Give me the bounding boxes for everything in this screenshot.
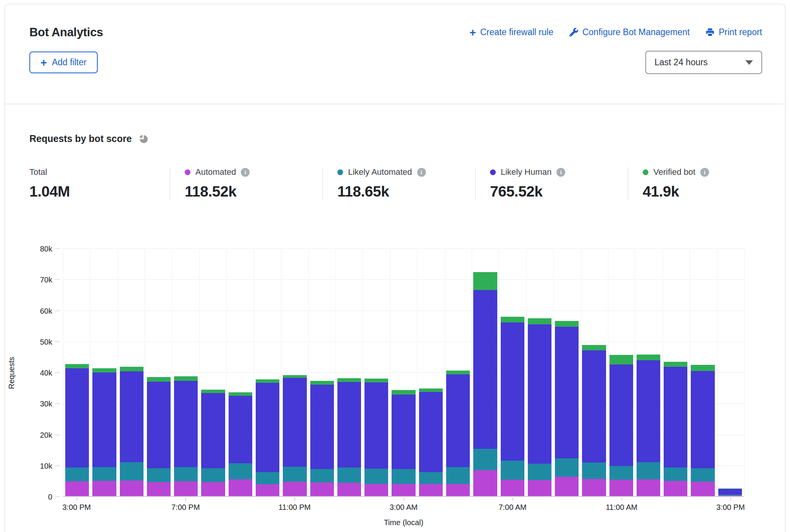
bar-segment-likely_automated	[392, 469, 415, 484]
bar-stack-500pm[interactable]	[120, 367, 143, 496]
bar-segment-automated	[364, 484, 388, 496]
bar-stack-100am[interactable]	[337, 378, 361, 496]
info-icon[interactable]: i	[417, 168, 426, 177]
bars-container	[63, 249, 744, 496]
bar-segment-likely_automated	[446, 467, 470, 484]
bar-segment-likely_automated	[473, 449, 497, 470]
bot-requests-chart: Requests 010k20k30k40k50k60k70k80k 3:00 …	[63, 249, 744, 527]
stat-verified-bot-label: Verified bot	[653, 167, 695, 177]
bar-segment-likely_automated	[229, 463, 252, 479]
bar-segment-automated	[582, 479, 606, 497]
bar-stack-300pm[interactable]	[718, 488, 742, 496]
bar-stack-1000am[interactable]	[582, 345, 606, 497]
bot-analytics-card: Bot Analytics + Create firewall rule Con…	[5, 4, 785, 532]
bar-segment-verified_bot	[555, 321, 579, 327]
bar-stack-200am[interactable]	[364, 379, 388, 496]
bar-segment-likely_human	[337, 382, 361, 468]
wrench-icon	[569, 28, 578, 37]
chart-plot-area: Requests 010k20k30k40k50k60k70k80k	[63, 249, 744, 497]
stat-total-value: 1.04M	[29, 183, 162, 200]
create-firewall-rule-label: Create firewall rule	[480, 27, 553, 37]
bar-stack-900pm[interactable]	[229, 392, 252, 496]
bar-stack-1200am[interactable]	[310, 381, 334, 496]
bar-stack-700pm[interactable]	[174, 376, 198, 496]
bar-stack-500am[interactable]	[446, 371, 470, 496]
bar-stack-400am[interactable]	[419, 389, 443, 496]
header: Bot Analytics + Create firewall rule Con…	[5, 4, 785, 39]
x-axis-tick-label: 11:00 PM	[279, 503, 311, 512]
bar-segment-likely_automated	[147, 468, 171, 482]
bar-stack-400pm[interactable]	[92, 368, 116, 496]
bar-segment-automated	[555, 477, 579, 496]
plus-icon: +	[40, 59, 47, 66]
bar-segment-likely_automated	[283, 467, 306, 482]
print-report-link[interactable]: Print report	[706, 27, 762, 37]
bar-segment-verified_bot	[691, 365, 714, 371]
bar-segment-automated	[256, 484, 279, 496]
bar-stack-100pm[interactable]	[664, 362, 687, 496]
bar-segment-likely_automated	[528, 464, 551, 480]
bar-segment-verified_bot	[473, 272, 497, 290]
info-icon[interactable]: i	[241, 168, 250, 177]
bar-segment-verified_bot	[501, 317, 524, 322]
x-axis-labels: 3:00 PM7:00 PM11:00 PM3:00 AM7:00 AM11:0…	[63, 497, 744, 514]
bar-segment-verified_bot	[392, 390, 415, 395]
bar-segment-verified_bot	[446, 371, 470, 374]
bar-stack-700am[interactable]	[501, 317, 524, 496]
bar-stack-600am[interactable]	[473, 272, 497, 496]
printer-icon	[706, 28, 714, 37]
bar-stack-1200pm[interactable]	[637, 355, 660, 496]
section-title: Requests by bot score	[29, 133, 132, 144]
bar-segment-likely_human	[664, 367, 687, 468]
bar-stack-300am[interactable]	[392, 390, 415, 496]
time-range-select[interactable]: Last 24 hours	[645, 51, 762, 74]
stat-likely-automated-value: 118.65k	[337, 183, 468, 200]
info-icon[interactable]: i	[700, 168, 709, 177]
legend-dot-automated	[185, 169, 190, 175]
bar-segment-automated	[637, 479, 660, 496]
x-axis-tick-label: 11:00 AM	[606, 503, 637, 512]
bar-stack-1100am[interactable]	[609, 355, 633, 496]
bar-segment-automated	[310, 482, 334, 496]
bar-stack-300pm[interactable]	[65, 364, 89, 496]
bar-segment-likely_human	[283, 378, 306, 467]
bar-stack-800pm[interactable]	[201, 390, 225, 496]
filter-row: + Add filter Last 24 hours	[5, 39, 785, 104]
configure-bot-management-link[interactable]: Configure Bot Management	[569, 27, 690, 37]
info-icon[interactable]: i	[556, 168, 565, 177]
bar-stack-800am[interactable]	[528, 318, 551, 496]
bar-segment-automated	[147, 482, 171, 496]
bar-segment-likely_automated	[92, 467, 116, 481]
x-axis-tick-label: 3:00 AM	[390, 503, 418, 512]
time-range-value: Last 24 hours	[655, 57, 708, 68]
x-axis-tick	[513, 498, 513, 501]
bar-segment-likely_human	[92, 372, 116, 468]
bar-stack-600pm[interactable]	[147, 377, 171, 496]
bar-stack-200pm[interactable]	[691, 365, 714, 496]
x-axis-tick	[730, 498, 731, 501]
bar-stack-1100pm[interactable]	[283, 375, 306, 496]
bar-segment-likely_automated	[664, 468, 687, 481]
bar-segment-likely_human	[718, 489, 742, 495]
bar-segment-likely_automated	[364, 469, 388, 484]
y-axis-tick	[55, 311, 60, 311]
x-axis-tick	[185, 498, 186, 501]
bar-stack-900am[interactable]	[555, 321, 579, 496]
y-axis-tick	[55, 372, 60, 373]
bar-segment-likely_human	[473, 290, 497, 449]
bar-stack-1000pm[interactable]	[256, 379, 279, 496]
y-axis-tick-label: 0	[48, 493, 52, 501]
y-axis-tick-label: 50k	[40, 337, 52, 346]
bar-segment-automated	[283, 482, 306, 496]
bar-segment-verified_bot	[609, 355, 633, 364]
bar-segment-verified_bot	[229, 392, 252, 396]
bar-segment-automated	[120, 480, 143, 496]
bar-segment-likely_automated	[256, 472, 279, 485]
bar-segment-automated	[664, 481, 687, 496]
y-axis-tick	[55, 403, 60, 404]
create-firewall-rule-link[interactable]: + Create firewall rule	[469, 27, 553, 37]
add-filter-button[interactable]: + Add filter	[29, 52, 98, 73]
bar-segment-verified_bot	[120, 367, 143, 371]
stat-likely-automated-label: Likely Automated	[348, 167, 412, 177]
bar-segment-verified_bot	[637, 355, 660, 360]
